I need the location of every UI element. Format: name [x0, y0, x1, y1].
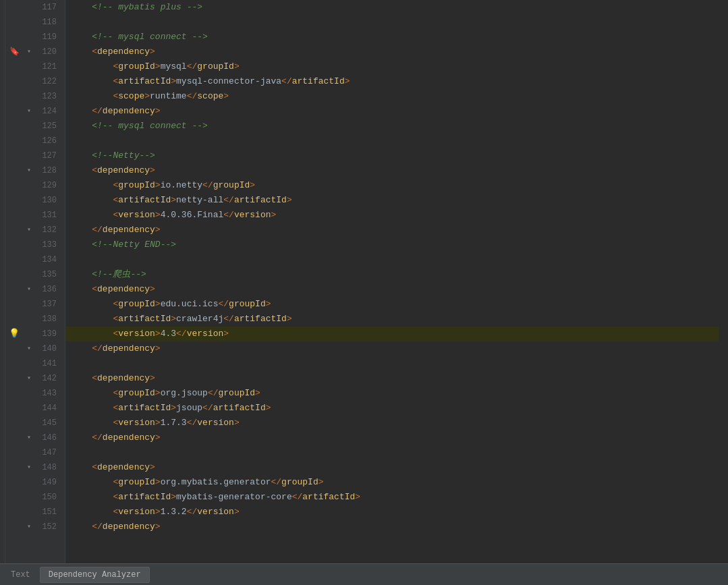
- line-number-120: 🔖▾120: [8, 45, 59, 59]
- fold-icon-148[interactable]: ▾: [23, 460, 35, 475]
- line-num-label: 140: [38, 341, 57, 356]
- line-number-140: ▾140: [8, 341, 59, 356]
- code-line-127: <!--Netty-->: [65, 148, 719, 163]
- line-num-label: 126: [38, 134, 57, 148]
- code-line-143: <groupId>org.jsoup</groupId>: [65, 386, 719, 401]
- line-number-144: 144: [8, 401, 59, 416]
- line-num-label: 119: [38, 30, 57, 45]
- code-line-120: <dependency>: [65, 45, 719, 59]
- line-num-label: 144: [38, 401, 57, 416]
- fold-toggle[interactable]: ▾: [27, 341, 31, 356]
- line-number-125: 125: [8, 119, 59, 134]
- code-line-130: <artifactId>netty-all</artifactId>: [65, 193, 719, 208]
- bulb-icon[interactable]: 💡: [9, 327, 20, 341]
- tab-text[interactable]: Text: [3, 567, 38, 583]
- line-num-label: 118: [38, 15, 57, 30]
- fold-icon-136[interactable]: ▾: [23, 282, 35, 297]
- fold-toggle[interactable]: ▾: [27, 520, 31, 534]
- fold-icon-124[interactable]: ▾: [23, 104, 35, 119]
- line-num-label: 120: [38, 45, 57, 59]
- line-num-label: 145: [38, 416, 57, 430]
- line-num-label: 131: [38, 208, 57, 223]
- line-number-135: 135: [8, 267, 59, 282]
- code-line-138: <artifactId>crawler4j</artifactId>: [65, 312, 719, 327]
- right-gutter: [719, 0, 728, 563]
- line-num-label: 127: [38, 148, 57, 163]
- code-line-139: <version>4.3</version>: [65, 327, 719, 341]
- fold-icon-152[interactable]: ▾: [23, 520, 35, 534]
- code-container[interactable]: 117118119🔖▾120121122123▾124125126127▾128…: [0, 0, 728, 563]
- line-num-label: 148: [38, 460, 57, 475]
- line-num-label: 151: [38, 505, 57, 520]
- code-line-141: [65, 356, 719, 371]
- line-num-label: 147: [38, 445, 57, 460]
- fold-toggle[interactable]: ▾: [27, 104, 31, 119]
- line-number-132: ▾132: [8, 223, 59, 238]
- left-gutter: [0, 0, 5, 563]
- line-number-152: ▾152: [8, 520, 59, 534]
- bookmark-icon: 🔖: [9, 45, 20, 59]
- fold-icon-128[interactable]: ▾: [23, 163, 35, 178]
- line-num-label: 125: [38, 119, 57, 134]
- line-number-122: 122: [8, 74, 59, 89]
- line-number-134: 134: [8, 252, 59, 267]
- code-line-123: <scope>runtime</scope>: [65, 89, 719, 104]
- code-line-149: <groupId>org.mybatis.generator</groupId>: [65, 475, 719, 490]
- line-number-129: 129: [8, 178, 59, 193]
- line-number-127: 127: [8, 148, 59, 163]
- line-num-label: 142: [38, 371, 57, 386]
- code-line-124: </dependency>: [65, 104, 719, 119]
- line-number-137: 137: [8, 297, 59, 312]
- line-number-123: 123: [8, 89, 59, 104]
- line-num-label: 138: [38, 312, 57, 327]
- line-num-label: 136: [38, 282, 57, 297]
- line-num-label: 123: [38, 89, 57, 104]
- code-line-135: <!--爬虫-->: [65, 267, 719, 282]
- line-number-139: 💡139: [8, 327, 59, 341]
- code-line-121: <groupId>mysql</groupId>: [65, 59, 719, 74]
- code-line-118: [65, 15, 719, 30]
- line-num-label: 121: [38, 59, 57, 74]
- fold-toggle[interactable]: ▾: [27, 430, 31, 445]
- line-number-130: 130: [8, 193, 59, 208]
- line-num-label: 132: [38, 223, 57, 238]
- fold-toggle[interactable]: ▾: [27, 282, 31, 297]
- line-num-label: 129: [38, 178, 57, 193]
- line-number-150: 150: [8, 490, 59, 505]
- status-bar: Text Dependency Analyzer: [0, 563, 728, 585]
- line-number-126: 126: [8, 134, 59, 148]
- line-number-121: 121: [8, 59, 59, 74]
- code-line-131: <version>4.0.36.Final</version>: [65, 208, 719, 223]
- code-line-140: </dependency>: [65, 341, 719, 356]
- fold-icon-132[interactable]: ▾: [23, 223, 35, 238]
- code-lines: <!-- mybatis plus --> <!-- mysql connect…: [65, 0, 719, 563]
- line-number-143: 143: [8, 386, 59, 401]
- fold-icon-120[interactable]: ▾: [23, 45, 35, 59]
- line-number-128: ▾128: [8, 163, 59, 178]
- line-number-145: 145: [8, 416, 59, 430]
- line-num-label: 117: [38, 0, 57, 15]
- line-num-label: 135: [38, 267, 57, 282]
- line-number-117: 117: [8, 0, 59, 15]
- fold-toggle[interactable]: ▾: [27, 371, 31, 386]
- fold-toggle[interactable]: ▾: [27, 45, 31, 59]
- code-line-137: <groupId>edu.uci.ics</groupId>: [65, 297, 719, 312]
- tab-dependency-analyzer[interactable]: Dependency Analyzer: [40, 567, 150, 583]
- line-num-label: 134: [38, 252, 57, 267]
- code-line-125: <!-- mysql connect -->: [65, 119, 719, 134]
- fold-toggle[interactable]: ▾: [27, 163, 31, 178]
- line-num-label: 137: [38, 297, 57, 312]
- fold-icon-142[interactable]: ▾: [23, 371, 35, 386]
- code-line-122: <artifactId>mysql-connector-java</artifa…: [65, 74, 719, 89]
- line-num-label: 149: [38, 475, 57, 490]
- line-num-label: 141: [38, 356, 57, 371]
- code-line-136: <dependency>: [65, 282, 719, 297]
- fold-toggle[interactable]: ▾: [27, 223, 31, 238]
- line-num-label: 130: [38, 193, 57, 208]
- line-num-label: 150: [38, 490, 57, 505]
- fold-icon-146[interactable]: ▾: [23, 430, 35, 445]
- line-numbers: 117118119🔖▾120121122123▾124125126127▾128…: [5, 0, 65, 563]
- code-line-152: </dependency>: [65, 520, 719, 534]
- fold-icon-140[interactable]: ▾: [23, 341, 35, 356]
- fold-toggle[interactable]: ▾: [27, 460, 31, 475]
